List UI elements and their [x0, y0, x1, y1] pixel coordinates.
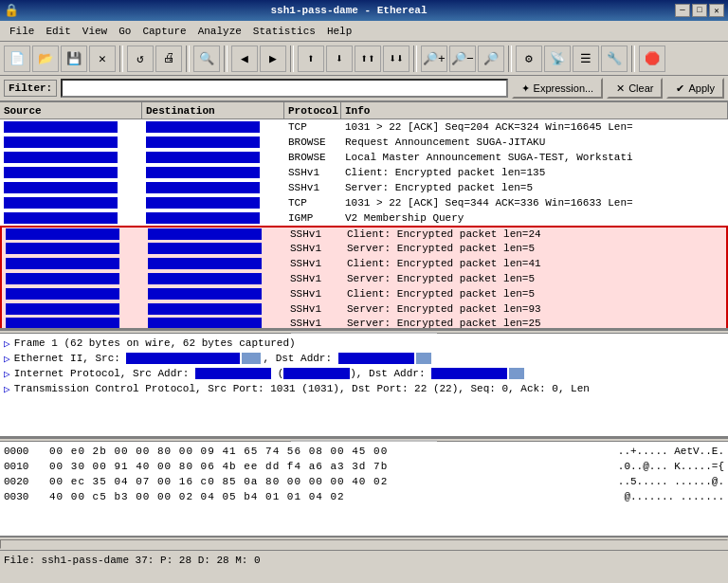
packet-list-body[interactable]: TCP1031 > 22 [ACK] Seq=204 ACK=324 Win=1… — [0, 119, 728, 328]
menu-item-analyze[interactable]: Analyze — [192, 24, 247, 39]
scroll-up-icon[interactable]: ⬆ — [298, 46, 324, 72]
clear-icon: ✕ — [616, 82, 625, 95]
back-icon[interactable]: ◀ — [231, 46, 258, 72]
expression-button[interactable]: ✦ Expression... — [512, 78, 604, 99]
source-cell — [2, 286, 144, 301]
table-row[interactable]: SSHv1Server: Encrypted packet len=93 — [0, 301, 728, 317]
prefs-icon[interactable]: 🔧 — [601, 46, 628, 72]
protocol-cell: SSHv1 — [286, 228, 343, 241]
filter-input[interactable] — [61, 79, 507, 98]
hex-ascii: @....... ....... — [624, 491, 724, 502]
title-controls: ─ □ ✕ — [675, 4, 724, 17]
source-cell — [2, 317, 144, 328]
forward-icon[interactable]: ▶ — [260, 46, 286, 72]
first-icon[interactable]: ⬆⬆ — [355, 46, 381, 72]
menu-item-edit[interactable]: Edit — [40, 24, 76, 39]
detail-text: Frame 1 (62 bytes on wire, 62 bytes capt… — [14, 337, 296, 349]
hscroll-area[interactable] — [0, 537, 728, 550]
menu-item-help[interactable]: Help — [321, 24, 357, 39]
table-row[interactable]: SSHv1Client: Encrypted packet len=5 — [0, 286, 728, 301]
protocol-cell: SSHv1 — [286, 256, 343, 271]
hex-ascii: .0..@... K.....={ — [618, 461, 724, 472]
reload-icon[interactable]: ↺ — [127, 46, 154, 72]
protocol-cell: BROWSE — [284, 150, 341, 165]
detail-row[interactable]: ▷ Internet Protocol, Src Addr: (), Dst A… — [4, 366, 724, 381]
table-row[interactable]: SSHv1Server: Encrypted packet len=5 — [0, 180, 728, 195]
expression-icon: ✦ — [521, 82, 530, 95]
destination-cell — [144, 256, 286, 271]
source-cell — [0, 180, 142, 195]
apply-button[interactable]: ✔ Apply — [666, 78, 724, 99]
detail-row[interactable]: ▷ Transmission Control Protocol, Src Por… — [4, 381, 724, 396]
close-file-icon[interactable]: ✕ — [89, 46, 116, 72]
zoomin-icon[interactable]: 🔎+ — [421, 46, 447, 72]
menu-item-view[interactable]: View — [77, 24, 113, 39]
hex-offset: 0020 — [4, 476, 42, 487]
expand-icon[interactable]: ▷ — [4, 368, 10, 380]
source-cell — [2, 241, 144, 256]
list-icon[interactable]: ☰ — [573, 46, 599, 72]
last-icon[interactable]: ⬇⬇ — [383, 46, 410, 72]
menu-item-statistics[interactable]: Statistics — [247, 24, 321, 39]
expand-icon[interactable]: ▷ — [4, 337, 10, 350]
colors-icon[interactable]: ⚙ — [516, 46, 542, 72]
zoom-norm-icon[interactable]: 🔎 — [478, 46, 504, 72]
table-row[interactable]: TCP1031 > 22 [ACK] Seq=344 ACK=336 Win=1… — [0, 195, 728, 210]
protocol-column-header: Protocol — [284, 102, 341, 118]
expand-icon[interactable]: ▷ — [4, 353, 10, 365]
packet-detail[interactable]: ▷ Frame 1 (62 bytes on wire, 62 bytes ca… — [0, 334, 728, 438]
scroll-down-icon[interactable]: ⬇ — [326, 46, 353, 72]
hex-bytes: 00 ec 35 04 07 00 16 c0 85 0a 80 00 00 0… — [49, 476, 610, 487]
packet-list: Source Destination Protocol Info TCP1031… — [0, 102, 728, 330]
table-row[interactable]: SSHv1Client: Encrypted packet len=24 — [0, 226, 728, 241]
table-row[interactable]: BROWSERequest Announcement SUGA-JITAKU — [0, 135, 728, 150]
destination-cell — [144, 228, 286, 241]
protocol-cell: TCP — [284, 119, 341, 135]
open-file-icon[interactable]: 📂 — [32, 46, 59, 72]
hex-row: 002000 ec 35 04 07 00 16 c0 85 0a 80 00 … — [4, 474, 724, 489]
title-bar: 🔒 ssh1-pass-dame - Ethereal ─ □ ✕ — [0, 0, 728, 21]
maximize-button[interactable]: □ — [692, 4, 707, 17]
capture-icon[interactable]: 📡 — [544, 46, 571, 72]
apply-icon: ✔ — [676, 82, 684, 95]
detail-text: Ethernet II, Src: , Dst Addr: — [14, 353, 433, 364]
status-bar: File: ssh1-pass-dame 37: P: 28 D: 28 M: … — [0, 550, 728, 569]
table-row[interactable]: TCP1031 > 22 [ACK] Seq=204 ACK=324 Win=1… — [0, 119, 728, 135]
info-cell: Client: Encrypted packet len=24 — [343, 228, 726, 241]
table-row[interactable]: IGMPV2 Membership Query — [0, 210, 728, 226]
table-row[interactable]: SSHv1Server: Encrypted packet len=5 — [0, 271, 728, 286]
new-file-icon[interactable]: 📄 — [4, 46, 30, 72]
table-row[interactable]: SSHv1Client: Encrypted packet len=135 — [0, 165, 728, 180]
quit-icon[interactable]: 🛑 — [639, 46, 665, 72]
find-icon[interactable]: 🔍 — [193, 46, 220, 72]
protocol-cell: SSHv1 — [286, 271, 343, 286]
destination-cell — [144, 286, 286, 301]
table-row[interactable]: SSHv1Client: Encrypted packet len=41 — [0, 256, 728, 271]
detail-text: Transmission Control Protocol, Src Port:… — [14, 383, 590, 394]
close-button[interactable]: ✕ — [709, 4, 724, 17]
menu-item-go[interactable]: Go — [113, 24, 136, 39]
destination-cell — [142, 135, 284, 150]
save-icon[interactable]: 💾 — [61, 46, 87, 72]
protocol-cell: SSHv1 — [286, 286, 343, 301]
table-row[interactable]: SSHv1Server: Encrypted packet len=5 — [0, 241, 728, 256]
expand-icon[interactable]: ▷ — [4, 383, 10, 395]
destination-cell — [144, 317, 286, 328]
clear-button[interactable]: ✕ Clear — [607, 78, 663, 99]
horizontal-scrollbar[interactable] — [0, 539, 728, 549]
hex-bytes: 00 e0 2b 00 00 80 00 09 41 65 74 56 08 0… — [49, 446, 610, 457]
detail-row[interactable]: ▷ Ethernet II, Src: , Dst Addr: — [4, 351, 724, 366]
destination-cell — [142, 195, 284, 210]
info-cell: Server: Encrypted packet len=5 — [343, 271, 726, 286]
menu-item-capture[interactable]: Capture — [136, 24, 191, 39]
detail-row[interactable]: ▷ Frame 1 (62 bytes on wire, 62 bytes ca… — [4, 336, 724, 351]
destination-cell — [144, 271, 286, 286]
menu-item-file[interactable]: File — [4, 24, 40, 39]
table-row[interactable]: BROWSELocal Master Announcement SUGA-TES… — [0, 150, 728, 165]
minimize-button[interactable]: ─ — [675, 4, 690, 17]
table-row[interactable]: SSHv1Server: Encrypted packet len=25 — [0, 317, 728, 328]
info-column-header: Info — [341, 102, 728, 118]
print-icon[interactable]: 🖨 — [155, 46, 182, 72]
zoomout-icon[interactable]: 🔎− — [449, 46, 476, 72]
source-column-header: Source — [0, 102, 142, 118]
